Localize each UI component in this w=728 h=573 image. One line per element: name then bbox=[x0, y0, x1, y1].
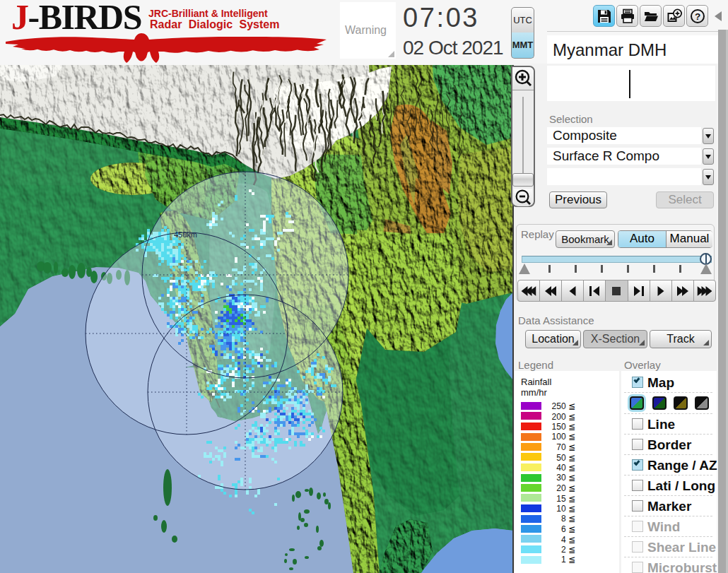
svg-text:?: ? bbox=[695, 11, 700, 22]
svg-text:450km: 450km bbox=[174, 230, 197, 239]
